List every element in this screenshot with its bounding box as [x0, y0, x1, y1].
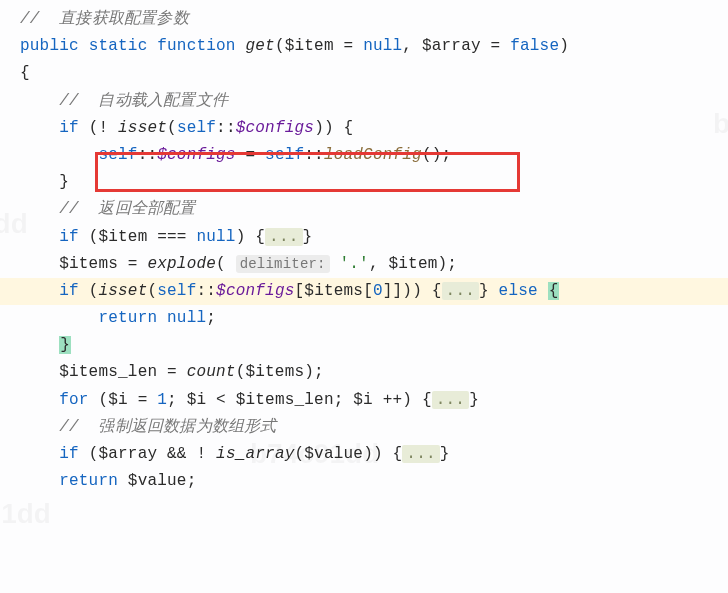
matched-brace: } — [59, 336, 71, 354]
parameter-hint: delimiter: — [236, 255, 330, 273]
fold-indicator[interactable]: ... — [402, 445, 439, 463]
fold-indicator[interactable]: ... — [442, 282, 479, 300]
fold-indicator[interactable]: ... — [265, 228, 302, 246]
fold-indicator[interactable]: ... — [432, 391, 469, 409]
matched-brace: { — [548, 282, 560, 300]
code-editor[interactable]: // 直接获取配置参数 public static function get($… — [0, 0, 728, 501]
